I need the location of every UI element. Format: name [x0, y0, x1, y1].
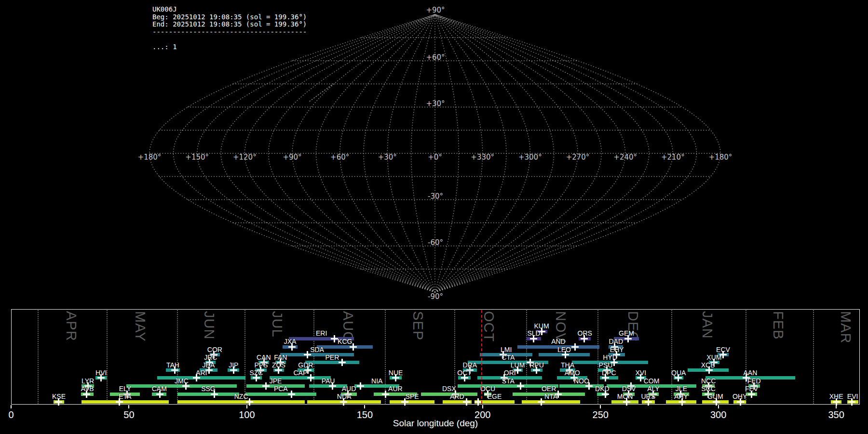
- shower-code-label: NTA: [544, 393, 557, 400]
- shower-activity-bar: [305, 361, 359, 364]
- shower-peak-marker: [156, 391, 163, 398]
- shower-peak-marker: [382, 391, 389, 398]
- shower-code-label: SDA: [310, 346, 324, 353]
- shower-peak-marker: [581, 335, 588, 342]
- shower-peak-marker: [737, 398, 744, 406]
- shower-peak-marker: [329, 382, 336, 390]
- shower-activity-bar: [126, 384, 237, 388]
- month-label: JAN: [699, 311, 715, 339]
- month-label: MAY: [132, 311, 148, 342]
- shower-activity-bar: [245, 393, 316, 396]
- shower-code-label: EGE: [488, 393, 502, 400]
- shower-peak-marker: [848, 398, 855, 406]
- month-label: SEP: [410, 311, 426, 340]
- shower-peak-marker: [83, 391, 90, 398]
- month-boundary-line: [526, 310, 527, 404]
- shower-peak-marker: [171, 366, 178, 374]
- shower-peak-marker: [288, 391, 295, 398]
- shower-peak-marker: [211, 391, 218, 398]
- month-label: OCT: [481, 311, 497, 342]
- shower-code-label: ARD: [450, 393, 464, 400]
- shower-peak-marker: [288, 343, 296, 351]
- shower-code-label: PCA: [274, 385, 288, 393]
- shower-peak-marker: [585, 382, 593, 390]
- shower-peak-marker: [538, 398, 545, 406]
- month-boundary-line: [385, 310, 386, 404]
- shower-peak-marker: [331, 335, 338, 342]
- shower-peak-marker: [461, 374, 468, 381]
- month-boundary-line: [313, 310, 314, 404]
- shower-peak-marker: [463, 398, 470, 406]
- shower-peak-marker: [675, 374, 682, 381]
- shower-code-label: AUR: [388, 385, 403, 393]
- shower-peak-marker: [116, 398, 123, 406]
- month-label: JUN: [201, 311, 217, 339]
- axis-tick-label: 100: [239, 409, 255, 420]
- shower-peak-marker: [833, 398, 840, 406]
- axis-tick-label: 50: [123, 409, 134, 420]
- shower-peak-marker: [623, 398, 630, 406]
- month-label: JUL: [269, 311, 285, 338]
- current-sol-line: [481, 310, 482, 404]
- shower-peak-marker: [392, 374, 399, 381]
- shower-activity-bar: [157, 376, 245, 380]
- shower-peak-marker: [193, 374, 200, 381]
- shower-peak-marker: [602, 391, 609, 398]
- shower-activity-bar: [81, 400, 168, 404]
- shower-peak-marker: [262, 382, 270, 390]
- shower-peak-marker: [624, 335, 632, 342]
- shower-activity-bar: [177, 393, 240, 396]
- shower-activity-bar: [522, 400, 580, 404]
- shower-activity-bar: [390, 400, 434, 404]
- shower-activity-timeline: Solar longitude (deg) APRMAYJUNJULAUGSEP…: [0, 0, 868, 434]
- shower-peak-marker: [230, 366, 237, 374]
- month-label: FEB: [770, 311, 786, 339]
- axis-tick: [718, 405, 719, 408]
- axis-tick: [836, 405, 837, 408]
- shower-peak-marker: [562, 351, 569, 358]
- shower-code-label: AND: [551, 338, 566, 345]
- axis-tick: [482, 405, 483, 408]
- month-label: APR: [63, 311, 79, 341]
- axis-tick-label: 150: [357, 409, 373, 420]
- shower-peak-marker: [182, 382, 190, 390]
- shower-activity-bar: [177, 400, 305, 404]
- axis-tick: [364, 405, 365, 408]
- shower-peak-marker: [275, 366, 282, 374]
- shower-code-label: ERI: [316, 329, 327, 337]
- axis-tick: [600, 405, 601, 408]
- shower-code-label: CAP: [293, 369, 307, 377]
- shower-peak-marker: [55, 398, 62, 406]
- shower-peak-marker: [517, 382, 524, 390]
- shower-peak-marker: [645, 398, 652, 406]
- shower-peak-marker: [401, 398, 408, 406]
- shower-peak-marker: [246, 398, 253, 406]
- shower-peak-marker: [533, 366, 540, 374]
- axis-tick-label: 350: [828, 409, 844, 420]
- shower-code-label: COM: [644, 377, 660, 385]
- month-label: MAR: [838, 311, 854, 343]
- shower-peak-marker: [748, 391, 755, 398]
- month-boundary-line: [671, 310, 672, 404]
- shower-peak-marker: [307, 374, 314, 381]
- shower-peak-marker: [340, 398, 347, 406]
- shower-code-label: NIA: [371, 377, 382, 385]
- axis-tick: [11, 405, 12, 408]
- shower-activity-bar: [421, 393, 477, 396]
- month-boundary-line: [813, 310, 814, 404]
- shower-peak-marker: [357, 382, 364, 390]
- shower-peak-marker: [339, 359, 346, 366]
- shower-code-label: JPE: [270, 377, 282, 385]
- shower-activity-bar: [280, 353, 354, 356]
- axis-tick-label: 300: [710, 409, 726, 420]
- month-boundary-line: [244, 310, 245, 404]
- shower-peak-marker: [678, 398, 686, 406]
- axis-tick: [128, 405, 129, 408]
- month-boundary-line: [177, 310, 178, 404]
- shower-peak-marker: [713, 398, 720, 406]
- shower-peak-marker: [350, 343, 357, 351]
- month-boundary-line: [107, 310, 108, 404]
- shower-peak-marker: [253, 374, 260, 381]
- axis-tick-label: 250: [593, 409, 609, 420]
- plot-stage: +180°+150°+120°+90°+60°+30°+0°+330°+300°…: [0, 0, 868, 434]
